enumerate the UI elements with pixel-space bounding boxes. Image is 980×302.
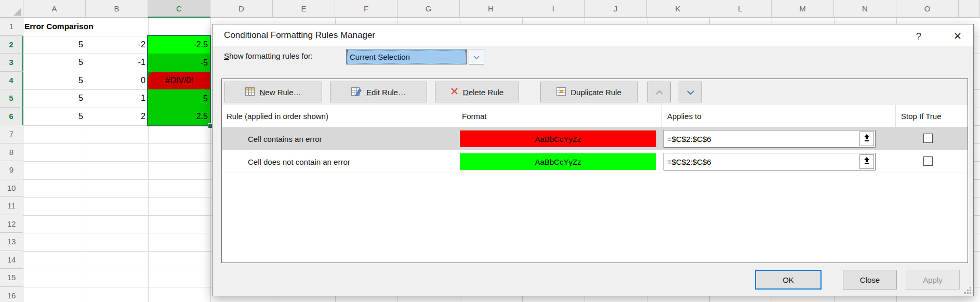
column-header-D[interactable]: D	[210, 0, 273, 18]
column-header-H[interactable]: H	[460, 0, 522, 18]
applies-to-field	[664, 130, 876, 148]
column-header-O[interactable]: O	[896, 0, 959, 18]
rule-row-cell-contains-error[interactable]: Cell contains an error AaBbCcYyZz	[222, 127, 968, 150]
show-rules-dropdown[interactable]: Current Selection	[346, 49, 467, 64]
column-header-G[interactable]: G	[398, 0, 460, 18]
cell-A5[interactable]: 5	[23, 89, 86, 108]
conditional-formatting-rules-manager-dialog: Conditional Formatting Rules Manager ? ✕…	[212, 24, 974, 296]
chevron-down-icon	[473, 52, 480, 61]
cell-B6[interactable]: 2	[86, 108, 148, 126]
cell-A6[interactable]: 5	[23, 108, 86, 126]
applies-to-input[interactable]	[664, 153, 858, 170]
table-icon	[245, 87, 255, 97]
row-header-13[interactable]: 13	[0, 233, 23, 251]
row-header-2[interactable]: 2	[0, 36, 23, 54]
column-header-partial[interactable]	[959, 0, 980, 18]
column-header-K[interactable]: K	[647, 0, 709, 18]
select-all-triangle-icon	[14, 8, 21, 16]
duplicate-rule-button[interactable]: Duplicate Rule	[540, 82, 638, 102]
column-header-B[interactable]: B	[86, 0, 148, 18]
stop-if-true-checkbox[interactable]	[923, 156, 933, 166]
cell-B4[interactable]: 0	[86, 72, 148, 90]
column-header-M[interactable]: M	[772, 0, 834, 18]
move-rule-up-button[interactable]	[647, 82, 671, 102]
resize-grip[interactable]	[964, 286, 971, 294]
cell-A4[interactable]: 5	[23, 72, 86, 90]
duplicate-rule-label: Duplicate Rule	[571, 88, 621, 97]
table-pencil-icon	[351, 87, 362, 97]
chevron-up-icon	[655, 88, 664, 97]
delete-rule-button[interactable]: Delete Rule	[435, 82, 519, 102]
collapse-arrow-icon	[864, 157, 870, 166]
row-header-7[interactable]: 7	[0, 125, 23, 143]
collapse-dialog-button[interactable]	[859, 154, 874, 169]
header-separator	[895, 105, 896, 127]
header-separator	[661, 105, 662, 127]
format-preview: AaBbCcYyZz	[460, 130, 656, 147]
red-x-icon	[451, 87, 458, 97]
header-stop-if-true: Stop If True	[901, 105, 942, 127]
collapse-dialog-button[interactable]	[859, 132, 874, 146]
new-rule-button[interactable]: New Rule…	[224, 82, 322, 102]
rule-name: Cell contains an error	[248, 127, 322, 150]
cell-B5[interactable]: 1	[86, 89, 148, 108]
column-header-J[interactable]: J	[585, 0, 647, 18]
cell-A2[interactable]: 5	[23, 36, 86, 54]
move-rule-down-button[interactable]	[679, 82, 702, 102]
row-header-14[interactable]: 14	[0, 251, 23, 269]
rules-toolbar: New Rule… Edit Rule… Delete Rule Duplica…	[222, 79, 968, 105]
show-rules-label-mnemonic: S	[224, 51, 229, 60]
column-header-C[interactable]: C	[148, 0, 210, 18]
header-applies-to: Applies to	[667, 105, 701, 127]
delete-rule-label: Delete Rule	[463, 88, 504, 97]
row-header-10[interactable]: 10	[0, 179, 23, 198]
edit-rule-button[interactable]: Edit Rule…	[330, 82, 427, 102]
row-header-9[interactable]: 9	[0, 161, 23, 179]
cell-A1[interactable]: Error Comparison	[24, 18, 148, 36]
rule-name: Cell does not contain an error	[248, 150, 350, 173]
rules-list-header: Rule (applied in order shown) Format App…	[222, 105, 968, 127]
dialog-title: Conditional Formatting Rules Manager	[224, 30, 375, 41]
table-icon	[557, 87, 566, 97]
row-header-12[interactable]: 12	[0, 215, 23, 233]
select-all-button[interactable]	[0, 0, 23, 18]
cell-A3[interactable]: 5	[23, 54, 86, 72]
row-header-11[interactable]: 11	[0, 197, 23, 215]
header-separator	[457, 105, 457, 127]
dialog-titlebar[interactable]: Conditional Formatting Rules Manager	[213, 24, 973, 46]
chevron-down-icon	[686, 88, 695, 97]
apply-button[interactable]: Apply	[906, 270, 960, 290]
row-header-1[interactable]: 1	[0, 18, 23, 36]
collapse-arrow-icon	[864, 134, 870, 143]
dropdown-arrow-button[interactable]	[469, 49, 484, 64]
ok-button[interactable]: OK	[755, 270, 822, 290]
row-header-15[interactable]: 15	[0, 269, 23, 287]
column-header-A[interactable]: A	[23, 0, 86, 18]
help-icon[interactable]: ?	[912, 30, 925, 43]
column-header-I[interactable]: I	[522, 0, 585, 18]
column-header-N[interactable]: N	[834, 0, 896, 18]
row-header-6[interactable]: 6	[0, 108, 23, 126]
row-header-4[interactable]: 4	[0, 72, 23, 90]
cell-B3[interactable]: -1	[86, 54, 148, 72]
column-header-E[interactable]: E	[273, 0, 335, 18]
close-button[interactable]: Close	[843, 270, 897, 290]
column-header-F[interactable]: F	[335, 0, 398, 18]
column-header-L[interactable]: L	[709, 0, 772, 18]
format-preview: AaBbCcYyZz	[460, 153, 656, 170]
row-header-5[interactable]: 5	[0, 89, 23, 108]
row-header-16[interactable]: 16	[0, 287, 23, 302]
stop-if-true-checkbox[interactable]	[923, 134, 933, 143]
row-header-3[interactable]: 3	[0, 54, 23, 72]
applies-to-input[interactable]	[664, 130, 858, 147]
cell-B2[interactable]: -2	[86, 36, 148, 54]
header-rule: Rule (applied in order shown)	[227, 105, 328, 127]
show-rules-label-rest: how formatting rules for:	[229, 51, 313, 60]
show-rules-dropdown-value: Current Selection	[350, 52, 410, 61]
row-header-8[interactable]: 8	[0, 143, 23, 162]
format-preview-text: AaBbCcYyZz	[535, 157, 581, 166]
applies-to-field	[664, 153, 876, 170]
rule-row-cell-not-contains-error[interactable]: Cell does not contain an error AaBbCcYyZ…	[222, 150, 968, 173]
close-icon[interactable]: ✕	[949, 29, 966, 43]
show-rules-label: Show formatting rules for:	[224, 51, 313, 60]
